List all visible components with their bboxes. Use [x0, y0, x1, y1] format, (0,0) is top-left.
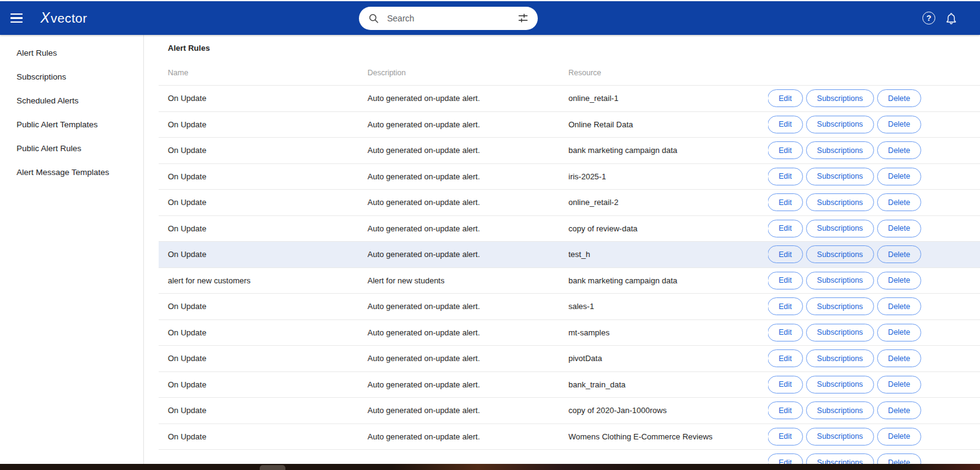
- table-row[interactable]: On Update Auto generated on-update alert…: [159, 112, 980, 138]
- edit-button[interactable]: Edit: [768, 428, 803, 446]
- sidebar-item[interactable]: Alert Message Templates: [0, 160, 143, 184]
- edit-button[interactable]: Edit: [768, 141, 803, 159]
- edit-button[interactable]: Edit: [768, 324, 803, 341]
- edit-button[interactable]: Edit: [768, 89, 803, 107]
- edit-button[interactable]: Edit: [768, 349, 803, 367]
- delete-button[interactable]: Delete: [877, 89, 921, 107]
- table-row[interactable]: On Update Auto generated on-update alert…: [159, 398, 980, 424]
- row-actions: Edit Subscriptions Delete: [768, 324, 921, 341]
- subscriptions-button[interactable]: Subscriptions: [806, 349, 874, 367]
- logo-text: vector: [51, 11, 88, 26]
- cell-resource: sales-1: [568, 302, 768, 311]
- sidebar-item-label: Public Alert Rules: [17, 144, 81, 153]
- edit-button[interactable]: Edit: [768, 401, 803, 419]
- edit-button[interactable]: Edit: [768, 297, 803, 315]
- row-actions: Edit Subscriptions Delete: [768, 116, 921, 133]
- cell-description: Auto generated on-update alert.: [368, 354, 568, 363]
- subscriptions-button[interactable]: Subscriptions: [806, 272, 874, 289]
- edit-button[interactable]: Edit: [768, 245, 803, 263]
- row-actions: Edit Subscriptions Delete: [768, 168, 921, 185]
- sidebar-item[interactable]: Public Alert Rules: [0, 136, 143, 160]
- delete-button[interactable]: Delete: [877, 401, 921, 419]
- sidebar-item[interactable]: Public Alert Templates: [0, 113, 143, 136]
- delete-button[interactable]: Delete: [877, 324, 921, 341]
- table-row[interactable]: On Update Auto generated on-update alert…: [159, 294, 980, 320]
- table-row[interactable]: On Update Auto generated on-update alert…: [159, 216, 980, 242]
- edit-button[interactable]: Edit: [768, 168, 803, 185]
- app-root: Xvector ?: [0, 0, 980, 470]
- delete-button[interactable]: Delete: [877, 245, 921, 263]
- subscriptions-button[interactable]: Subscriptions: [806, 168, 874, 185]
- help-icon[interactable]: ?: [922, 12, 935, 24]
- cell-resource: mt-samples: [568, 328, 768, 337]
- subscriptions-button[interactable]: Subscriptions: [806, 193, 874, 211]
- delete-button[interactable]: Delete: [877, 272, 921, 289]
- cell-resource: iris-2025-1: [568, 172, 768, 181]
- cell-name: On Update: [168, 354, 368, 363]
- delete-button[interactable]: Delete: [877, 297, 921, 315]
- cell-resource: online_retail-2: [568, 198, 768, 207]
- cell-description: Auto generated on-update alert.: [368, 328, 568, 337]
- search-bar[interactable]: [359, 7, 538, 30]
- subscriptions-button[interactable]: Subscriptions: [806, 401, 874, 419]
- delete-button[interactable]: Delete: [877, 116, 921, 133]
- subscriptions-button[interactable]: Subscriptions: [806, 141, 874, 159]
- sidebar-nav: Alert Rules Subscriptions Scheduled Aler…: [0, 35, 144, 470]
- table-row[interactable]: On Update Auto generated on-update alert…: [159, 346, 980, 372]
- subscriptions-button[interactable]: Subscriptions: [806, 324, 874, 341]
- delete-button[interactable]: Delete: [877, 376, 921, 394]
- delete-button[interactable]: Delete: [877, 168, 921, 185]
- table-header-row: Name Description Resource: [159, 61, 980, 86]
- sidebar-item[interactable]: Subscriptions: [0, 65, 143, 89]
- table-row[interactable]: alert for new customers Alert for new st…: [159, 268, 980, 294]
- sidebar-item[interactable]: Alert Rules: [0, 41, 143, 65]
- delete-button[interactable]: Delete: [877, 349, 921, 367]
- notifications-bell-icon[interactable]: [944, 12, 958, 25]
- delete-button[interactable]: Delete: [877, 220, 921, 237]
- subscriptions-button[interactable]: Subscriptions: [806, 297, 874, 315]
- cell-resource: copy of review-data: [568, 224, 768, 233]
- cell-resource: test_h: [568, 250, 768, 259]
- table-row[interactable]: On Update Auto generated on-update alert…: [159, 138, 980, 164]
- app-logo: Xvector: [40, 10, 87, 26]
- delete-button[interactable]: Delete: [877, 428, 921, 446]
- subscriptions-button[interactable]: Subscriptions: [806, 116, 874, 133]
- table-row[interactable]: On Update Auto generated on-update alert…: [159, 242, 980, 268]
- edit-button[interactable]: Edit: [768, 220, 803, 237]
- cell-description: Auto generated on-update alert.: [368, 250, 568, 259]
- table-row[interactable]: On Update Auto generated on-update alert…: [159, 164, 980, 190]
- menu-icon[interactable]: [6, 8, 27, 29]
- table-row[interactable]: On Update Auto generated on-update alert…: [159, 190, 980, 216]
- edit-button[interactable]: Edit: [768, 376, 803, 394]
- subscriptions-button[interactable]: Subscriptions: [806, 220, 874, 237]
- cell-description: Auto generated on-update alert.: [368, 406, 568, 415]
- subscriptions-button[interactable]: Subscriptions: [806, 428, 874, 446]
- search-input[interactable]: [386, 13, 517, 24]
- cell-resource: bank marketing campaign data: [568, 276, 768, 285]
- wallpaper-glow: [392, 464, 649, 470]
- delete-button[interactable]: Delete: [877, 141, 921, 159]
- tune-icon[interactable]: [517, 12, 529, 24]
- sidebar-item[interactable]: Scheduled Alerts: [0, 89, 143, 113]
- taskbar-item[interactable]: [260, 465, 285, 470]
- cell-resource: bank marketing campaign data: [568, 146, 768, 155]
- sidebar-item-label: Subscriptions: [17, 72, 66, 81]
- cell-name: On Update: [168, 224, 368, 233]
- cell-name: On Update: [168, 302, 368, 311]
- subscriptions-button[interactable]: Subscriptions: [806, 376, 874, 394]
- subscriptions-button[interactable]: Subscriptions: [806, 245, 874, 263]
- column-header-name: Name: [168, 69, 368, 77]
- table-row[interactable]: On Update Auto generated on-update alert…: [159, 86, 980, 112]
- table-row[interactable]: On Update Auto generated on-update alert…: [159, 424, 980, 450]
- subscriptions-button[interactable]: Subscriptions: [806, 89, 874, 107]
- row-actions: Edit Subscriptions Delete: [768, 376, 921, 394]
- delete-button[interactable]: Delete: [877, 193, 921, 211]
- table-row[interactable]: On Update Auto generated on-update alert…: [159, 320, 980, 346]
- taskbar-strip: [0, 464, 980, 470]
- edit-button[interactable]: Edit: [768, 116, 803, 133]
- cell-description: Auto generated on-update alert.: [368, 302, 568, 311]
- table-row[interactable]: On Update Auto generated on-update alert…: [159, 372, 980, 398]
- wallpaper-glow: [907, 464, 980, 470]
- edit-button[interactable]: Edit: [768, 272, 803, 289]
- edit-button[interactable]: Edit: [768, 193, 803, 211]
